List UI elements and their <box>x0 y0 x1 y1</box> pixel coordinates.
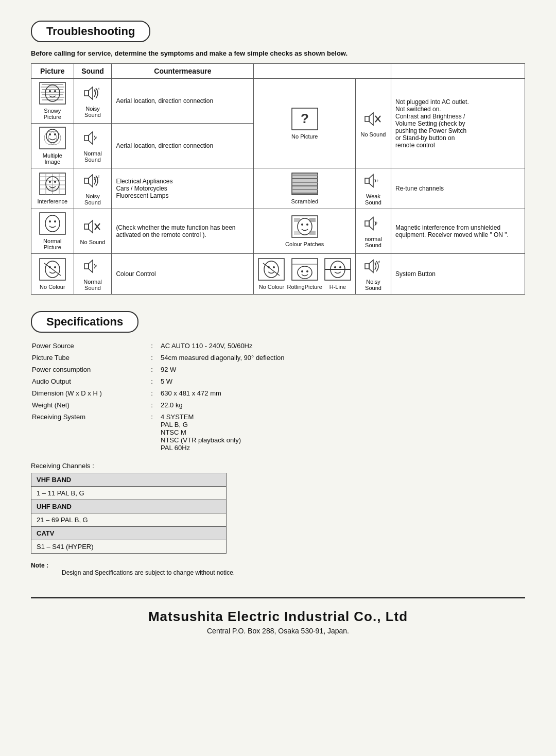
sound-cell-normal1: Normal Sound <box>74 124 112 168</box>
footer: Matsushita Electric Industrial Co., Ltd … <box>31 597 525 635</box>
countermeasure-2: Aerial location, direction connection <box>112 124 254 168</box>
right-cm-3: Magnetic interference from unshielded eq… <box>391 209 525 254</box>
spec-value-weight: 22.0 kg <box>160 399 525 411</box>
footer-address: Central P.O. Box 288, Osaka 530-91, Japa… <box>31 627 525 635</box>
specifications-section: Specifications Power Source : AC AUTO 11… <box>31 311 525 576</box>
spec-label-weight: Weight (Net) <box>31 399 144 411</box>
catv-channels: S1 – S41 (HYPER) <box>31 540 227 554</box>
spec-colon-7: : <box>144 411 160 454</box>
spec-label-receiving-system: Receiving System <box>31 411 144 454</box>
note-label: Note : <box>31 562 48 569</box>
pic-cell-nocolour: No Colour <box>31 254 74 295</box>
channel-row-vhf-data: 1 – 11 PAL B, G <box>31 487 227 500</box>
no-picture-icon <box>291 108 318 130</box>
channels-table: VHF BAND 1 – 11 PAL B, G UHF BAND 21 – 6… <box>31 473 227 554</box>
catv-band-header: CATV <box>31 527 227 540</box>
troubleshooting-title: Troubleshooting <box>31 21 150 42</box>
sound-cell-normal3: Normal Sound <box>74 254 112 295</box>
snowy-picture-icon <box>39 82 66 105</box>
note-text: Design and Specifications are subject to… <box>62 569 525 576</box>
intro-text: Before calling for service, determine th… <box>31 49 525 57</box>
footer-company: Matsushita Electric Industrial Co., Ltd <box>31 609 525 625</box>
countermeasure-1: Aerial location, direction connection <box>112 79 254 124</box>
right-pic-nopicture: No Picture <box>254 79 355 168</box>
col-header-sound: Sound <box>74 64 112 79</box>
pic-cell-snowy: Snowy Picture <box>31 79 74 124</box>
normal-picture-icon <box>39 212 66 235</box>
spec-label-power-source: Power Source <box>31 340 144 352</box>
note-section: Note : Design and Specifications are sub… <box>31 562 525 576</box>
channel-row-uhf-data: 21 – 69 PAL B, G <box>31 513 227 527</box>
spec-value-power-consumption: 92 W <box>160 364 525 375</box>
spec-row-power-source: Power Source : AC AUTO 110 - 240V, 50/60… <box>31 340 525 352</box>
troubleshooting-section: Troubleshooting Before calling for servi… <box>31 21 525 295</box>
right-cm-2: Re-tune channels <box>391 168 525 209</box>
right-snd-noisy3: Noisy Sound <box>355 254 391 295</box>
specs-table: Power Source : AC AUTO 110 - 240V, 50/60… <box>31 340 525 454</box>
uhf-channels: 21 – 69 PAL B, G <box>31 513 227 527</box>
sound-cell-no: No Sound <box>74 209 112 254</box>
spec-label-power-consumption: Power consumption <box>31 364 144 375</box>
troubleshooting-table: Picture Sound Countermeasure Snowy Pictu… <box>31 63 525 295</box>
no-sound-icon-left <box>83 217 102 236</box>
noisy-sound-icon-1 <box>83 84 102 102</box>
spec-label-audio-output: Audio Output <box>31 375 144 387</box>
spec-row-weight: Weight (Net) : 22.0 kg <box>31 399 525 411</box>
right-pic-scrambled: Scrambled <box>254 168 355 209</box>
noisy-sound-icon-3 <box>364 257 383 276</box>
spec-value-picture-tube: 54cm measured diagonally, 90° deflection <box>160 352 525 364</box>
spec-row-receiving-system: Receiving System : 4 SYSTEMPAL B, GNTSC … <box>31 411 525 454</box>
spec-value-dimension: 630 x 481 x 472 mm <box>160 387 525 399</box>
uhf-band-header: UHF BAND <box>31 500 227 513</box>
right-cm-4: System Button <box>391 254 525 295</box>
no-colour-icon-2 <box>258 258 285 281</box>
spec-label-picture-tube: Picture Tube <box>31 352 144 364</box>
vhf-channels: 1 – 11 PAL B, G <box>31 487 227 500</box>
receiving-channels-label: Receiving Channels : <box>31 462 525 470</box>
spec-colon-2: : <box>144 352 160 364</box>
countermeasure-3: Electrical AppliancesCars / MotorcyclesF… <box>112 168 254 209</box>
normal-sound-icon-2 <box>364 214 383 233</box>
pic-cell-normal: Normal Picture <box>31 209 74 254</box>
spec-row-power-consumption: Power consumption : 92 W <box>31 364 525 375</box>
spec-value-power-source: AC AUTO 110 - 240V, 50/60Hz <box>160 340 525 352</box>
rolling-picture-icon <box>291 258 318 281</box>
spec-row-dimension: Dimension (W x D x H ) : 630 x 481 x 472… <box>31 387 525 399</box>
vhf-band-header: VHF BAND <box>31 473 227 487</box>
noisy-sound-icon-2 <box>83 171 102 190</box>
spec-row-picture-tube: Picture Tube : 54cm measured diagonally,… <box>31 352 525 364</box>
spec-colon-1: : <box>144 340 160 352</box>
spec-label-dimension: Dimension (W x D x H ) <box>31 387 144 399</box>
right-snd-nosound1: No Sound <box>355 79 391 168</box>
right-pic-colourpatches: Colour Patches <box>254 209 355 254</box>
spec-row-audio-output: Audio Output : 5 W <box>31 375 525 387</box>
channel-row-vhf-header: VHF BAND <box>31 473 227 487</box>
no-sound-icon-right1 <box>364 110 383 128</box>
table-row: Normal Picture No Sound (Check whether t… <box>31 209 525 254</box>
normal-sound-icon-3 <box>83 257 102 276</box>
multiple-image-icon <box>39 127 66 149</box>
interference-icon <box>39 173 66 195</box>
right-multi-pics: No Colour RotlingPicture H-Line <box>254 254 355 295</box>
spec-value-audio-output: 5 W <box>160 375 525 387</box>
spec-value-receiving-system: 4 SYSTEMPAL B, GNTSC MNTSC (VTR playback… <box>160 411 525 454</box>
channel-row-catv-header: CATV <box>31 527 227 540</box>
sound-cell-noisy1: Noisy Sound <box>74 79 112 124</box>
col-header-picture: Picture <box>31 64 74 79</box>
specifications-title: Specifications <box>31 311 138 333</box>
pic-cell-multiple: Multiple Image <box>31 124 74 168</box>
spec-colon-3: : <box>144 364 160 375</box>
countermeasure-4: (Check whether the mute function has bee… <box>112 209 254 254</box>
sound-cell-noisy2: Noisy Sound <box>74 168 112 209</box>
right-snd-normal2: normal Sound <box>355 209 391 254</box>
table-row: No Colour Normal Sound Colour Control No… <box>31 254 525 295</box>
spec-colon-4: : <box>144 375 160 387</box>
col-header-countermeasure: Countermeasure <box>112 64 254 79</box>
col-header-rightcm <box>391 64 525 79</box>
table-row: Interference Noisy Sound Electrical Appl… <box>31 168 525 209</box>
channel-row-catv-data: S1 – S41 (HYPER) <box>31 540 227 554</box>
scrambled-icon <box>291 173 318 195</box>
channel-row-uhf-header: UHF BAND <box>31 500 227 513</box>
pic-cell-interference: Interference <box>31 168 74 209</box>
countermeasure-5: Colour Control <box>112 254 254 295</box>
